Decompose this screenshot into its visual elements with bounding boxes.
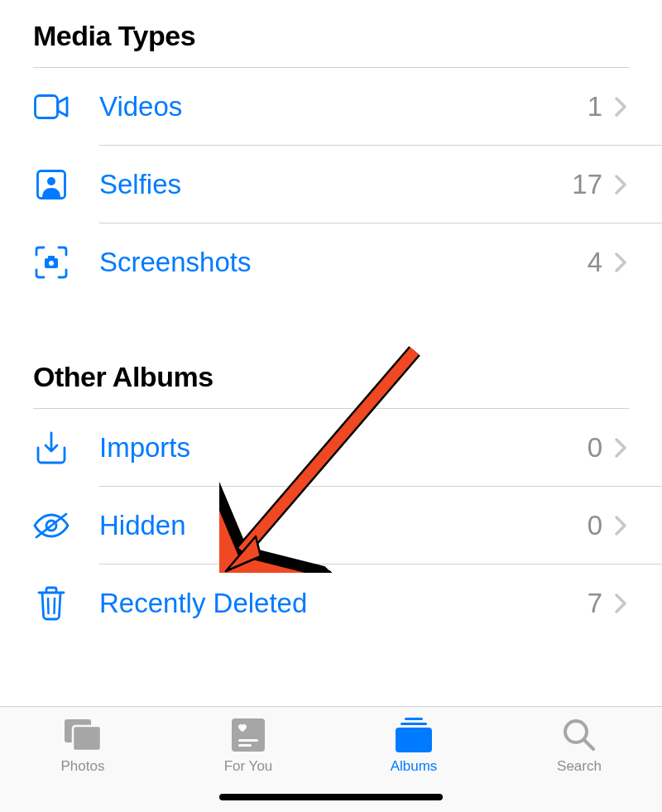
- tab-for-you[interactable]: For You: [166, 717, 331, 775]
- home-indicator[interactable]: [219, 794, 443, 800]
- tab-photos[interactable]: Photos: [0, 717, 166, 775]
- chevron-right-icon: [612, 95, 629, 118]
- row-label: Imports: [99, 432, 588, 464]
- row-label: Videos: [99, 91, 588, 123]
- row-count: 7: [588, 588, 602, 619]
- svg-line-9: [55, 598, 55, 613]
- chevron-right-icon: [612, 514, 629, 537]
- chevron-right-icon: [612, 592, 629, 615]
- video-icon: [33, 89, 70, 125]
- tab-label: Search: [557, 758, 602, 775]
- svg-rect-16: [238, 744, 252, 747]
- row-imports[interactable]: Imports 0: [33, 409, 629, 487]
- svg-line-8: [48, 598, 49, 613]
- row-recently-deleted[interactable]: Recently Deleted 7: [33, 565, 629, 642]
- viewfinder-camera-icon: [33, 244, 70, 281]
- media-types-section: Media Types Videos 1: [33, 0, 629, 301]
- person-square-icon: [33, 166, 70, 203]
- row-label: Hidden: [99, 510, 588, 541]
- svg-rect-19: [396, 728, 432, 752]
- chevron-right-icon: [612, 173, 629, 196]
- svg-rect-17: [405, 718, 423, 720]
- tab-label: Albums: [391, 758, 438, 775]
- tab-label: Photos: [61, 758, 105, 775]
- row-label: Recently Deleted: [99, 588, 588, 619]
- tab-search[interactable]: Search: [496, 717, 662, 775]
- photos-tab-icon: [63, 717, 103, 753]
- download-icon: [33, 430, 70, 466]
- albums-tab-icon: [394, 717, 434, 753]
- row-count: 0: [588, 432, 602, 464]
- tab-albums[interactable]: Albums: [331, 717, 496, 775]
- svg-rect-13: [73, 726, 101, 751]
- chevron-right-icon: [612, 251, 629, 274]
- svg-rect-4: [48, 256, 55, 259]
- media-types-header: Media Types: [33, 0, 629, 67]
- row-count: 4: [588, 247, 602, 278]
- row-label: Selfies: [99, 169, 572, 200]
- row-count: 1: [588, 91, 602, 123]
- svg-rect-15: [238, 739, 258, 742]
- row-count: 0: [588, 510, 602, 541]
- other-albums-section: Other Albums Imports 0: [33, 341, 629, 642]
- row-count: 17: [572, 169, 602, 200]
- svg-point-2: [47, 177, 55, 185]
- for-you-tab-icon: [228, 717, 268, 753]
- chevron-right-icon: [612, 436, 629, 459]
- row-selfies[interactable]: Selfies 17: [33, 146, 629, 223]
- svg-rect-18: [401, 723, 427, 725]
- trash-icon: [33, 585, 70, 622]
- other-albums-header: Other Albums: [33, 341, 629, 408]
- eye-slash-icon: [33, 507, 70, 544]
- row-hidden[interactable]: Hidden 0: [33, 487, 629, 565]
- svg-line-21: [584, 740, 593, 749]
- svg-rect-0: [36, 96, 58, 118]
- row-label: Screenshots: [99, 247, 588, 278]
- search-tab-icon: [559, 717, 599, 753]
- tab-label: For You: [224, 758, 273, 775]
- svg-point-5: [49, 261, 54, 266]
- row-videos[interactable]: Videos 1: [33, 68, 629, 146]
- row-screenshots[interactable]: Screenshots 4: [33, 223, 629, 301]
